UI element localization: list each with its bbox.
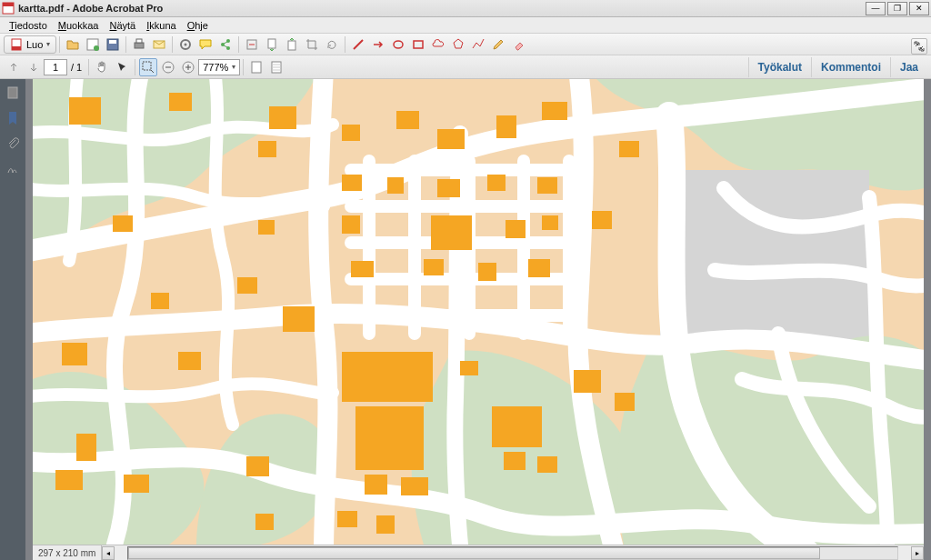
save-new-button[interactable] [84, 35, 102, 54]
svg-rect-28 [660, 170, 869, 343]
zoom-out-button[interactable] [159, 58, 177, 76]
minimize-button[interactable]: — [866, 2, 886, 15]
svg-rect-58 [492, 406, 542, 447]
svg-rect-44 [506, 220, 526, 238]
next-page-button[interactable] [25, 58, 43, 76]
svg-rect-63 [592, 211, 612, 229]
rotate-button[interactable] [323, 35, 341, 54]
expand-toolbar-button[interactable] [911, 38, 927, 55]
fit-page-button[interactable] [247, 58, 265, 76]
bookmarks-panel-button[interactable] [5, 110, 21, 126]
thumbnails-panel-button[interactable] [5, 85, 21, 101]
svg-rect-54 [401, 477, 428, 495]
chevron-down-icon: ▾ [46, 40, 50, 48]
marquee-zoom-button[interactable] [139, 58, 157, 76]
select-tool-button[interactable] [113, 58, 131, 76]
print-button[interactable] [130, 35, 148, 54]
titlebar: kartta.pdf - Adobe Acrobat Pro — ❐ ✕ [0, 0, 931, 17]
email-button[interactable] [150, 35, 168, 54]
svg-rect-37 [342, 175, 362, 191]
menu-file[interactable]: Tiedosto [4, 19, 53, 32]
svg-rect-47 [424, 259, 444, 275]
cloud-tool-button[interactable] [429, 35, 447, 54]
menu-edit[interactable]: Muokkaa [53, 19, 105, 32]
line-tool-button[interactable] [349, 35, 367, 54]
svg-rect-53 [365, 475, 387, 495]
menu-view[interactable]: Näytä [104, 19, 141, 32]
svg-rect-45 [542, 215, 558, 230]
svg-rect-59 [504, 452, 526, 470]
comment-button[interactable] [196, 35, 215, 54]
menu-help[interactable]: Ohje [182, 19, 214, 32]
svg-rect-61 [574, 370, 601, 393]
svg-rect-75 [246, 456, 269, 476]
svg-rect-48 [478, 263, 496, 281]
comment-panel-link[interactable]: Kommentoi [811, 57, 890, 77]
eraser-tool-button[interactable] [509, 35, 527, 54]
svg-rect-9 [136, 39, 142, 43]
stamp-button[interactable] [243, 35, 261, 54]
page-number-input[interactable] [44, 59, 67, 75]
share-panel-link[interactable]: Jaa [890, 57, 927, 77]
svg-rect-69 [55, 470, 83, 490]
page-down-button[interactable] [263, 35, 281, 54]
create-pdf-icon [10, 38, 23, 51]
polyline-tool-button[interactable] [469, 35, 487, 54]
map-content[interactable] [33, 79, 924, 545]
zoom-in-button[interactable] [179, 58, 197, 76]
svg-rect-32 [342, 125, 360, 141]
horizontal-scrollbar: 297 x 210 mm ◂ ▸ [33, 545, 924, 560]
svg-rect-71 [178, 352, 201, 370]
svg-rect-74 [258, 220, 275, 235]
prev-page-button[interactable] [5, 58, 23, 76]
pencil-tool-button[interactable] [489, 35, 507, 54]
crop-button[interactable] [303, 35, 321, 54]
window-title: kartta.pdf - Adobe Acrobat Pro [18, 3, 864, 14]
svg-rect-1 [3, 3, 14, 6]
page-up-button[interactable] [283, 35, 301, 54]
svg-rect-36 [542, 102, 567, 120]
navigation-sidebar [0, 79, 25, 560]
scroll-left-button[interactable]: ◂ [102, 546, 115, 560]
svg-rect-51 [342, 352, 433, 402]
polygon-tool-button[interactable] [449, 35, 467, 54]
navigation-toolbar: / 1 777%▾ Työkalut Kommentoi Jaa [0, 55, 931, 79]
close-button[interactable]: ✕ [909, 2, 929, 15]
svg-rect-43 [431, 215, 472, 250]
zoom-level-dropdown[interactable]: 777%▾ [198, 59, 240, 75]
hand-tool-button[interactable] [93, 58, 111, 76]
svg-rect-62 [615, 393, 635, 411]
scroll-track[interactable] [127, 546, 898, 560]
signatures-panel-button[interactable] [5, 161, 21, 177]
scroll-thumb[interactable] [128, 547, 820, 559]
create-button[interactable]: Luo ▾ [4, 35, 56, 54]
svg-rect-31 [269, 106, 296, 129]
attachments-panel-button[interactable] [5, 135, 21, 152]
settings-button[interactable] [176, 35, 195, 54]
expand-icon [914, 41, 925, 52]
svg-rect-56 [376, 515, 395, 534]
svg-rect-46 [351, 261, 374, 277]
svg-rect-40 [487, 175, 506, 191]
fit-width-button[interactable] [267, 58, 285, 76]
document-area[interactable]: 297 x 210 mm ◂ ▸ [25, 79, 931, 560]
rect-tool-button[interactable] [409, 35, 427, 54]
svg-rect-52 [355, 406, 424, 470]
svg-rect-65 [258, 141, 276, 157]
share-button[interactable] [216, 35, 235, 54]
arrow-tool-button[interactable] [369, 35, 387, 54]
svg-rect-42 [342, 215, 360, 234]
menu-window[interactable]: Ikkuna [141, 19, 181, 32]
scroll-right-button[interactable]: ▸ [911, 546, 924, 560]
maximize-button[interactable]: ❐ [887, 2, 907, 15]
open-button[interactable] [64, 35, 82, 54]
svg-rect-76 [255, 514, 274, 530]
svg-rect-26 [8, 87, 17, 98]
svg-rect-68 [76, 434, 96, 461]
svg-rect-33 [396, 111, 419, 129]
svg-rect-38 [387, 177, 404, 194]
tools-panel-link[interactable]: Työkalut [748, 57, 811, 77]
oval-tool-button[interactable] [389, 35, 407, 54]
svg-rect-35 [496, 115, 516, 138]
save-button[interactable] [104, 35, 122, 54]
